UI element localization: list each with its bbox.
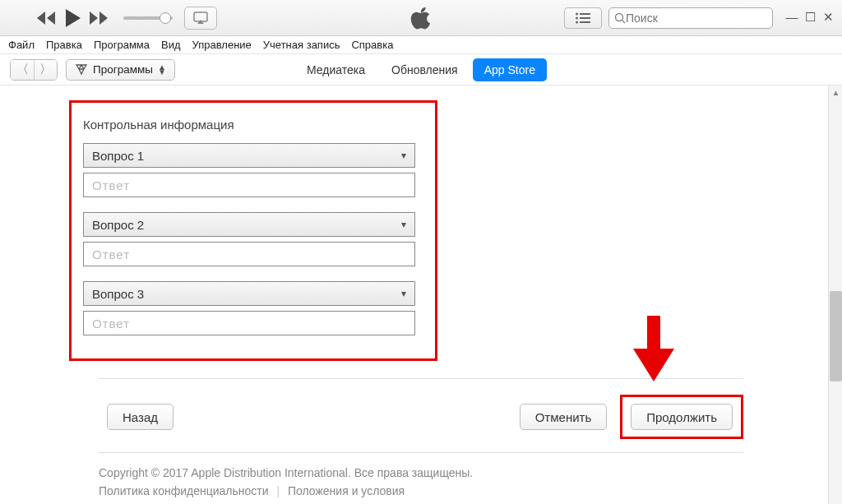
forward-button[interactable]	[89, 12, 109, 25]
continue-highlight: Продолжить	[620, 395, 743, 439]
copyright-text: Copyright © 2017 Apple Distribution Inte…	[99, 464, 473, 482]
airplay-button[interactable]	[184, 7, 217, 30]
question-3-select[interactable]: Вопрос 3 ▾	[83, 281, 415, 306]
svg-point-1	[576, 13, 578, 16]
airplay-icon	[193, 12, 208, 25]
svg-rect-4	[580, 17, 590, 19]
svg-line-8	[622, 21, 626, 24]
menu-program[interactable]: Программа	[94, 39, 150, 51]
play-button[interactable]	[64, 9, 81, 27]
privacy-link[interactable]: Политика конфиденциальности	[99, 484, 269, 497]
minimize-button[interactable]: —	[784, 12, 799, 24]
search-input-field[interactable]	[626, 12, 757, 25]
tab-updates[interactable]: Обновления	[380, 58, 470, 81]
question-2-select[interactable]: Вопрос 2 ▾	[83, 212, 415, 237]
apple-logo-icon	[409, 5, 433, 34]
content-area: ▲ Контрольная информация Вопрос 1 ▾ Вопр…	[0, 86, 842, 504]
svg-rect-2	[580, 13, 590, 15]
question-1-label: Вопрос 1	[92, 149, 144, 163]
footer: Copyright © 2017 Apple Distribution Inte…	[99, 464, 473, 500]
category-selector[interactable]: Программы ▲▼	[66, 59, 175, 81]
answer-1-input[interactable]	[83, 173, 415, 197]
menu-file[interactable]: Файл	[8, 39, 35, 51]
cancel-button[interactable]: Отменить	[520, 404, 608, 430]
menu-view[interactable]: Вид	[161, 39, 181, 51]
sub-toolbar: 〈 〉 Программы ▲▼ Медиатека Обновления Ap…	[0, 54, 842, 86]
search-icon	[614, 12, 626, 24]
tab-library[interactable]: Медиатека	[295, 58, 377, 81]
svg-rect-6	[580, 21, 590, 23]
window-controls: — ☐ ✕	[784, 12, 835, 24]
question-3-label: Вопрос 3	[92, 287, 144, 301]
continue-button[interactable]: Продолжить	[631, 404, 733, 430]
back-nav-button[interactable]: 〈	[11, 60, 34, 80]
action-buttons-row: Назад Отменить Продолжить	[107, 395, 743, 439]
menu-bar: Файл Правка Программа Вид Управление Уче…	[0, 36, 842, 54]
svg-point-7	[616, 14, 623, 21]
section-title: Контрольная информация	[83, 118, 423, 132]
close-button[interactable]: ✕	[821, 12, 835, 24]
updown-icon: ▲▼	[158, 65, 166, 75]
search-input[interactable]	[608, 7, 773, 29]
category-label: Программы	[93, 63, 153, 76]
question-1-select[interactable]: Вопрос 1 ▾	[83, 143, 415, 168]
footer-divider	[99, 452, 743, 453]
apps-icon	[75, 63, 88, 76]
security-questions-highlight: Контрольная информация Вопрос 1 ▾ Вопрос…	[69, 100, 437, 361]
tab-appstore[interactable]: App Store	[473, 58, 547, 81]
svg-point-3	[576, 17, 578, 20]
menu-edit[interactable]: Правка	[46, 39, 82, 51]
menu-account[interactable]: Учетная запись	[263, 39, 340, 51]
menu-controls[interactable]: Управление	[192, 39, 252, 51]
annotation-arrow-icon	[633, 316, 674, 384]
terms-link[interactable]: Положения и условия	[288, 484, 405, 497]
answer-3-input[interactable]	[83, 311, 415, 335]
answer-2-input[interactable]	[83, 242, 415, 266]
volume-slider[interactable]	[123, 16, 173, 20]
store-tabs: Медиатека Обновления App Store	[295, 58, 547, 81]
rewind-button[interactable]	[36, 12, 56, 25]
menu-help[interactable]: Справка	[351, 39, 393, 51]
chevron-down-icon: ▾	[401, 219, 406, 230]
question-2-label: Вопрос 2	[92, 218, 144, 232]
top-toolbar: — ☐ ✕	[0, 0, 842, 36]
back-button[interactable]: Назад	[107, 404, 173, 430]
maximize-button[interactable]: ☐	[803, 12, 817, 24]
forward-nav-button[interactable]: 〉	[34, 60, 57, 80]
chevron-down-icon: ▾	[401, 288, 406, 299]
list-view-button[interactable]	[564, 7, 602, 29]
chevron-down-icon: ▾	[401, 150, 406, 161]
svg-point-5	[576, 21, 578, 24]
list-icon	[575, 12, 591, 24]
